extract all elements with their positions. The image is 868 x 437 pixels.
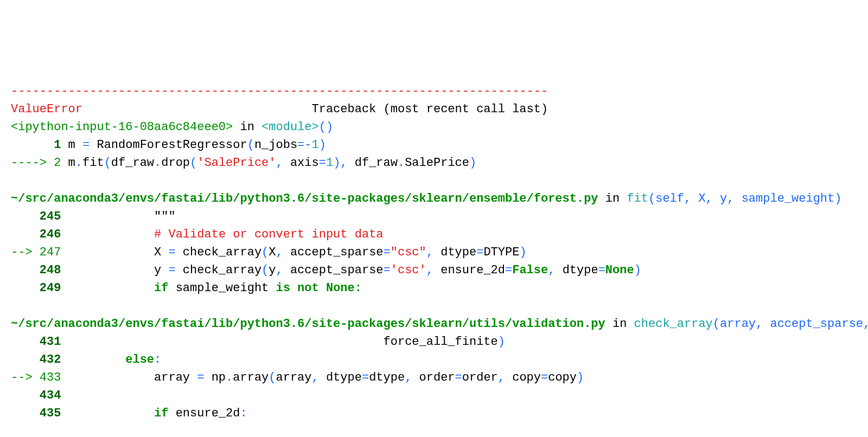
line-number-248: 248 <box>11 264 68 277</box>
arrow-indicator: --> <box>11 246 40 259</box>
line-number-1: 1 <box>54 138 61 152</box>
line-number-434: 434 <box>11 389 68 402</box>
arrow-indicator: --> <box>11 371 40 384</box>
line-number-247: 247 <box>40 246 61 259</box>
frame3-func: check_array <box>634 317 713 331</box>
frame1-location: <ipython-input-16-08aa6c84eee0> <box>11 120 233 134</box>
line-number-246: 246 <box>11 228 68 241</box>
line-number-432: 432 <box>11 353 68 367</box>
arrow-indicator: ----> 2 <box>11 156 61 170</box>
traceback-header: Traceback (most recent call last) <box>82 102 548 116</box>
line-number-431: 431 <box>11 335 68 349</box>
traceback-output: ----------------------------------------… <box>11 82 857 437</box>
line-number-433: 433 <box>40 371 61 384</box>
line-number-249: 249 <box>11 281 68 295</box>
comment: # Validate or convert input data <box>154 228 383 241</box>
frame2-func: fit <box>627 192 648 205</box>
line-number-435: 435 <box>11 407 68 420</box>
separator-line: ----------------------------------------… <box>11 85 548 98</box>
line-number-245: 245 <box>11 210 68 223</box>
frame1-func: <module> <box>261 120 319 134</box>
frame3-path: ~/src/anaconda3/envs/fastai/lib/python3.… <box>11 317 605 331</box>
error-name: ValueError <box>11 102 82 116</box>
frame2-path: ~/src/anaconda3/envs/fastai/lib/python3.… <box>11 192 598 205</box>
